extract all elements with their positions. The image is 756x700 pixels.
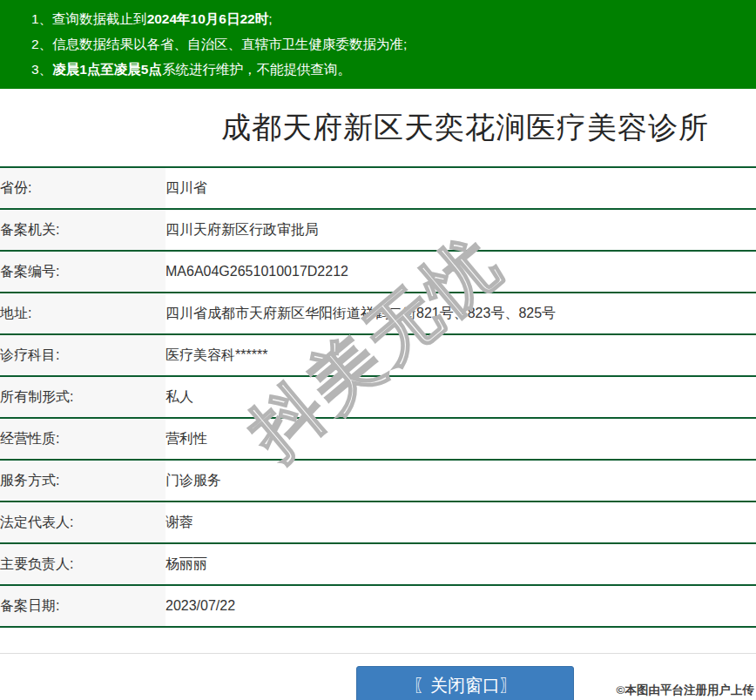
table-row: 法定代表人: 谢蓉 xyxy=(0,501,756,543)
title-area: 成都天府新区天奕花涧医疗美容诊所 xyxy=(174,89,756,166)
notice-1-bold-text: 2024年10月6日22时 xyxy=(147,11,269,26)
table-row: 主要负责人: 杨丽丽 xyxy=(0,543,756,585)
row-value-filing-date: 2023/07/22 xyxy=(165,585,756,627)
notice-line-2: 2、信息数据结果以各省、自治区、直辖市卫生健康委数据为准; xyxy=(31,31,747,57)
row-value-legal-representative: 谢蓉 xyxy=(165,501,756,543)
row-label-departments: 诊疗科目: xyxy=(0,334,165,376)
row-value-filing-authority: 四川天府新区行政审批局 xyxy=(165,209,756,251)
row-value-departments: 医疗美容科****** xyxy=(165,334,756,376)
row-value-address: 四川省成都市天府新区华阳街道祥鹤二街821号、823号、825号 xyxy=(165,293,756,334)
notice-1-suffix: ; xyxy=(268,11,272,26)
row-value-ownership: 私人 xyxy=(165,376,756,418)
table-row: 地址: 四川省成都市天府新区华阳街道祥鹤二街821号、823号、825号 xyxy=(0,293,756,334)
table-row: 诊疗科目: 医疗美容科****** xyxy=(0,334,756,376)
row-value-filing-number: MA6A04G2651010017D2212 xyxy=(165,251,756,293)
notice-3-suffix: 系统进行维护，不能提供查询。 xyxy=(162,62,351,77)
table-row: 备案日期: 2023/07/22 xyxy=(0,585,756,627)
table-row: 省份: 四川省 xyxy=(0,167,756,209)
notice-header: 1、查询数据截止到2024年10月6日22时; 2、信息数据结果以各省、自治区、… xyxy=(0,0,756,89)
row-label-filing-authority: 备案机关: xyxy=(0,209,165,251)
row-label-filing-date: 备案日期: xyxy=(0,585,165,627)
page-title: 成都天府新区天奕花涧医疗美容诊所 xyxy=(221,108,709,148)
row-value-service-mode: 门诊服务 xyxy=(165,460,756,501)
row-label-address: 地址: xyxy=(0,293,165,334)
copyright-watermark: ©本图由平台注册用户上传 xyxy=(617,683,754,698)
row-label-ownership: 所有制形式: xyxy=(0,376,165,418)
table-row: 服务方式: 门诊服务 xyxy=(0,460,756,501)
notice-2-text: 2、信息数据结果以各省、自治区、直辖市卫生健康委数据为准; xyxy=(31,37,407,51)
registration-info-table: 省份: 四川省 备案机关: 四川天府新区行政审批局 备案编号: MA6A04G2… xyxy=(0,166,756,628)
table-row: 所有制形式: 私人 xyxy=(0,376,756,418)
row-label-legal-representative: 法定代表人: xyxy=(0,501,165,543)
table-row: 备案编号: MA6A04G2651010017D2212 xyxy=(0,251,756,293)
notice-3-bold-text: 凌晨1点至凌晨5点 xyxy=(52,62,162,77)
row-label-business-nature: 经营性质: xyxy=(0,418,165,460)
notice-1-text: 1、查询数据截止到 xyxy=(31,11,147,26)
notice-line-3: 3、凌晨1点至凌晨5点系统进行维护，不能提供查询。 xyxy=(31,57,747,82)
notice-3-text: 3、 xyxy=(31,62,52,77)
row-label-principal: 主要负责人: xyxy=(0,543,165,585)
row-label-filing-number: 备案编号: xyxy=(0,251,165,293)
row-label-service-mode: 服务方式: xyxy=(0,460,165,501)
notice-line-1: 1、查询数据截止到2024年10月6日22时; xyxy=(31,6,747,31)
table-row: 经营性质: 营利性 xyxy=(0,418,756,460)
row-value-principal: 杨丽丽 xyxy=(165,543,756,585)
table-row: 备案机关: 四川天府新区行政审批局 xyxy=(0,209,756,251)
row-value-business-nature: 营利性 xyxy=(165,418,756,460)
row-label-province: 省份: xyxy=(0,167,165,209)
close-window-button[interactable]: 〖关闭窗口〗 xyxy=(356,666,574,700)
row-value-province: 四川省 xyxy=(165,167,756,209)
